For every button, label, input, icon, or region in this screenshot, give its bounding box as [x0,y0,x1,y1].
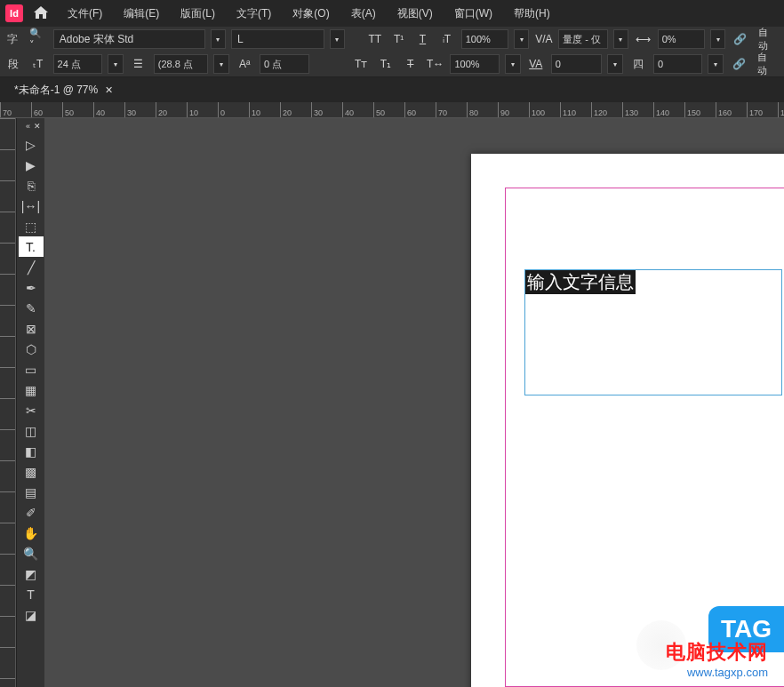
leading-dropdown-icon[interactable]: ▾ [213,54,229,74]
menubar: Id 文件(F) 编辑(E) 版面(L) 文字(T) 对象(O) 表(A) 视图… [0,0,784,27]
vert-scale-field[interactable]: 100% [461,29,509,49]
char-section-label: 字 [4,32,22,47]
ruler-tick [0,429,15,460]
ruler-tick: 30 [124,102,156,117]
ruler-tick [0,398,15,429]
ruler-tick: 170 [747,102,778,117]
kerning2-dropdown-icon[interactable]: ▾ [607,54,623,74]
format-text-tool[interactable]: T [19,584,44,604]
menu-object[interactable]: 对象(O) [284,6,338,21]
ruler-tick: 10 [249,102,280,117]
note-tool[interactable]: ▤ [19,482,44,502]
eyedropper-tool[interactable]: ✐ [19,502,44,523]
ruler-tick: 0 [218,102,249,117]
menu-edit[interactable]: 编辑(E) [115,6,168,21]
free-transform-tool[interactable]: ◫ [19,420,44,441]
page-tool[interactable]: ⎘ [19,175,44,196]
font-family-field[interactable]: Adobe 宋体 Std [53,29,205,49]
canvas-area[interactable]: 输入文字信息 TAG 电脑技术网 www.tagxp.com [44,118,784,687]
superscript-icon[interactable]: T¹ [389,29,408,49]
text-frame[interactable]: 输入文字信息 [524,269,782,395]
zoom-tool[interactable]: 🔍 [19,543,44,563]
ruler-tick: 150 [684,102,716,117]
leading-field[interactable]: (28.8 点 [154,54,209,74]
home-icon[interactable] [27,6,55,21]
ruler-tick: 90 [498,102,529,117]
link-icon[interactable]: 🔗 [731,29,749,49]
kerning2-field[interactable]: 0 [551,54,603,74]
kerning-dropdown-icon[interactable]: ▾ [613,29,628,49]
scissors-tool[interactable]: ✂ [19,400,44,420]
smallcaps-icon[interactable]: Tᴛ [351,54,371,74]
rectangle-frame-tool[interactable]: ⊠ [19,318,44,339]
vertical-ruler[interactable] [0,118,16,687]
menu-window[interactable]: 窗口(W) [445,6,501,21]
horiz-scale-field[interactable]: 100% [450,54,500,74]
underline-icon[interactable]: T [413,29,432,49]
document-tab[interactable]: *未命名-1 @ 77% ✕ [5,79,122,101]
direct-selection-tool[interactable]: ▶ [19,155,44,175]
pen-tool[interactable]: ✒ [19,277,44,298]
main-area: « ✕ ▷▶⎘|↔|⬚T.╱✒✎⊠⬡▭▦✂◫◧▩▤✐✋🔍◩T◪ 输入文字信息 T… [0,118,784,687]
panel-close-icon[interactable]: ✕ [34,122,41,134]
fill-stroke-tool[interactable]: ◩ [19,563,44,584]
vert-scale-dropdown-icon[interactable]: ▾ [514,29,529,49]
ruler-tick [0,678,15,687]
font-size-dropdown-icon[interactable]: ▾ [108,54,124,74]
screen-mode-tool[interactable]: ◪ [19,604,44,625]
link2-icon[interactable]: 🔗 [729,54,748,74]
ruler-tick [0,118,15,149]
ruler-tick: 10 [187,102,218,117]
type-tool[interactable]: T. [19,236,44,257]
content-collector-tool[interactable]: ⬚ [19,216,44,236]
ruler-tick: 60 [404,102,436,117]
kerning-field[interactable]: 量度 - 仅 [558,29,607,49]
tracking-dropdown-icon[interactable]: ▾ [710,29,725,49]
menu-table[interactable]: 表(A) [342,6,385,21]
text-frame-content[interactable]: 输入文字信息 [525,270,636,294]
gradient-swatch-tool[interactable]: ◧ [19,441,44,461]
font-style-field[interactable]: L [231,29,324,49]
ruler-tick: 160 [716,102,747,117]
menu-view[interactable]: 视图(V) [388,6,442,21]
rectangle-tool[interactable]: ▭ [19,359,44,379]
horizontal-ruler[interactable]: 7060504030201001020304050607080901001101… [0,102,784,118]
close-tab-icon[interactable]: ✕ [105,84,113,96]
font-style-dropdown-icon[interactable]: ▾ [330,29,345,49]
horiz-scale-dropdown-icon[interactable]: ▾ [505,54,521,74]
panel-collapse-icon[interactable]: « [26,122,30,134]
gap-tool[interactable]: |↔| [19,196,44,216]
leading-icon: ☰ [129,54,148,74]
horiz-scale-icon: T↔ [426,54,445,74]
auto-label-1: 自动 [755,26,780,52]
hand-tool[interactable]: ✋ [19,523,44,543]
menu-type[interactable]: 文字(T) [228,6,280,21]
ruler-tick [0,305,15,336]
ruler-tick [0,616,15,647]
pencil-tool[interactable]: ✎ [19,298,44,318]
tsume-dropdown-icon[interactable]: ▾ [708,54,724,74]
watermark-title: 电脑技术网 [666,639,768,666]
strikethrough-icon[interactable]: T [401,54,420,74]
control-bar: 字 🔍˅ Adobe 宋体 Std ▾ L ▾ TT T¹ T ᵢT 100% … [0,27,784,77]
table-tool[interactable]: ▦ [19,379,44,400]
line-tool[interactable]: ╱ [19,257,44,277]
ruler-tick: 30 [311,102,342,117]
font-size-field[interactable]: 24 点 [53,54,103,74]
allcaps-icon[interactable]: TT [365,29,384,49]
ruler-tick: 20 [280,102,311,117]
tracking-field[interactable]: 0% [658,29,706,49]
menu-help[interactable]: 帮助(H) [505,6,559,21]
selection-tool[interactable]: ▷ [19,134,44,155]
font-family-dropdown-icon[interactable]: ▾ [211,29,226,49]
menu-layout[interactable]: 版面(L) [172,6,224,21]
ruler-tick: 130 [622,102,653,117]
tsume-field[interactable]: 0 [653,54,703,74]
font-search-icon[interactable]: 🔍˅ [28,28,48,51]
menu-file[interactable]: 文件(F) [59,6,111,21]
polygon-tool[interactable]: ⬡ [19,339,44,359]
baseline-field[interactable]: 0 点 [260,54,309,74]
gradient-feather-tool[interactable]: ▩ [19,461,44,482]
subscript-icon[interactable]: T₁ [376,54,396,74]
ruler-tick [0,367,15,398]
